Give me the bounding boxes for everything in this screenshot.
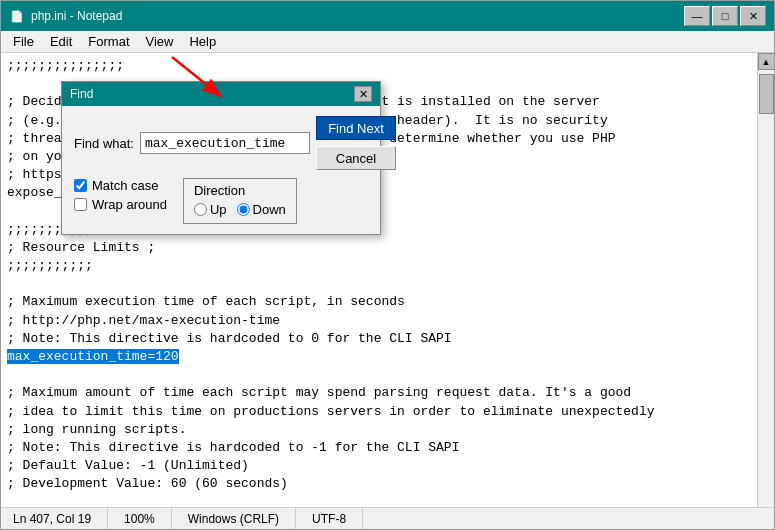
- find-dialog: Find ✕ Find what: Find Next Cancel: [61, 81, 381, 235]
- line-ending: Windows (CRLF): [172, 508, 296, 529]
- scroll-up-btn[interactable]: ▲: [758, 53, 775, 70]
- dialog-buttons: Find Next Cancel: [316, 116, 396, 170]
- dialog-options: Match case Wrap around Direction Up: [74, 178, 368, 224]
- encoding: UTF-8: [296, 508, 363, 529]
- editor-container: ;;;;;;;;;;;;;;; ; Decides whether PHP ma…: [1, 53, 774, 507]
- direction-up-radio[interactable]: [194, 203, 207, 216]
- menu-help[interactable]: Help: [181, 32, 224, 51]
- app-icon: 📄: [9, 8, 25, 24]
- minimize-button[interactable]: —: [684, 6, 710, 26]
- find-what-row: Find what: Find Next Cancel: [74, 116, 368, 170]
- dialog-close-button[interactable]: ✕: [354, 86, 372, 102]
- wrap-around-checkbox[interactable]: [74, 198, 87, 211]
- find-next-button[interactable]: Find Next: [316, 116, 396, 140]
- cancel-button[interactable]: Cancel: [316, 146, 396, 170]
- find-what-label: Find what:: [74, 136, 134, 151]
- zoom-level: 100%: [108, 508, 172, 529]
- checkboxes-group: Match case Wrap around: [74, 178, 167, 212]
- match-case-label: Match case: [92, 178, 158, 193]
- menu-edit[interactable]: Edit: [42, 32, 80, 51]
- direction-radios: Up Down: [194, 202, 286, 217]
- menu-bar: File Edit Format View Help: [1, 31, 774, 53]
- cursor-position: Ln 407, Col 19: [9, 508, 108, 529]
- wrap-around-label: Wrap around: [92, 197, 167, 212]
- direction-down-radio[interactable]: [237, 203, 250, 216]
- status-bar: Ln 407, Col 19 100% Windows (CRLF) UTF-8: [1, 507, 774, 529]
- direction-group: Direction Up Down: [183, 178, 297, 224]
- dialog-title: Find: [70, 87, 93, 101]
- find-what-input[interactable]: [140, 132, 310, 154]
- match-case-checkbox[interactable]: [74, 179, 87, 192]
- dialog-body: Find what: Find Next Cancel Match case: [62, 106, 380, 234]
- title-bar-left: 📄 php.ini - Notepad: [9, 8, 122, 24]
- direction-down-label: Down: [237, 202, 286, 217]
- menu-format[interactable]: Format: [80, 32, 137, 51]
- wrap-around-row: Wrap around: [74, 197, 167, 212]
- window-title: php.ini - Notepad: [31, 9, 122, 23]
- scroll-thumb[interactable]: [759, 74, 774, 114]
- direction-legend: Direction: [194, 183, 286, 198]
- direction-up-label: Up: [194, 202, 227, 217]
- window-controls: — □ ✕: [684, 6, 766, 26]
- maximize-button[interactable]: □: [712, 6, 738, 26]
- title-bar: 📄 php.ini - Notepad — □ ✕: [1, 1, 774, 31]
- dialog-title-bar: Find ✕: [62, 82, 380, 106]
- menu-file[interactable]: File: [5, 32, 42, 51]
- match-case-row: Match case: [74, 178, 167, 193]
- menu-view[interactable]: View: [138, 32, 182, 51]
- close-button[interactable]: ✕: [740, 6, 766, 26]
- vertical-scrollbar[interactable]: ▲: [757, 53, 774, 507]
- main-window: 📄 php.ini - Notepad — □ ✕ File Edit Form…: [0, 0, 775, 530]
